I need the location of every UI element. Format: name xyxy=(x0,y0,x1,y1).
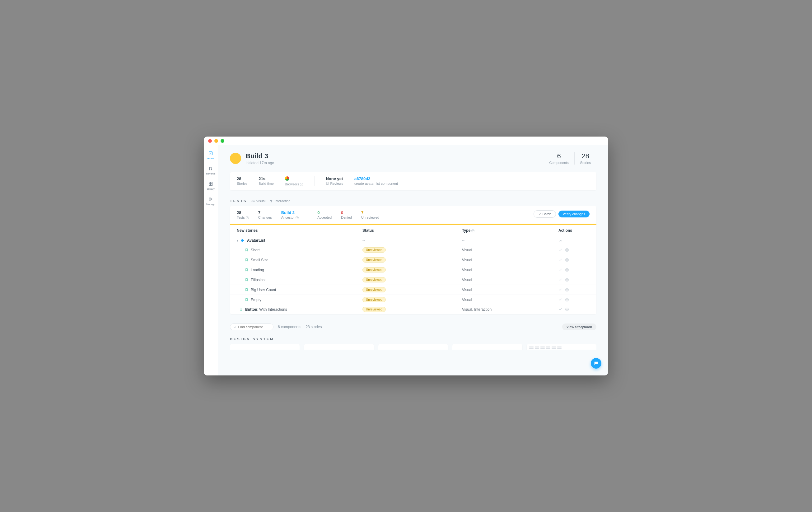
accept-icon[interactable] xyxy=(558,268,562,272)
svg-point-22 xyxy=(596,363,596,363)
deny-icon[interactable] xyxy=(565,307,569,311)
story-name: Big User Count xyxy=(251,288,276,292)
svg-point-5 xyxy=(210,198,211,199)
batch-accept-icon[interactable] xyxy=(558,238,563,243)
status-badge: Unreviewed xyxy=(362,247,386,252)
design-system-card[interactable] xyxy=(527,344,597,350)
chat-button[interactable] xyxy=(591,358,601,369)
verify-changes-button[interactable]: Verify changes xyxy=(558,211,589,217)
stat-commit[interactable]: a6780d2 create-avatar-list-component xyxy=(354,176,398,185)
table-row-story[interactable]: Small Size Unreviewed Visual xyxy=(230,255,597,265)
status-badge: Unreviewed xyxy=(362,287,386,292)
table-row-component[interactable]: ▾ AvatarList -- -- xyxy=(230,236,597,245)
table-row-story[interactable]: Empty Unreviewed Visual xyxy=(230,295,597,304)
bookmark-icon xyxy=(245,258,248,262)
close-window-icon[interactable] xyxy=(208,139,212,143)
accept-icon[interactable] xyxy=(558,298,562,302)
footer-component-count: 6 components xyxy=(278,325,301,329)
filter-visual[interactable]: Visual xyxy=(251,199,265,203)
table-row-story[interactable]: Short Unreviewed Visual xyxy=(230,245,597,255)
summary-denied: 0 Denied xyxy=(341,210,352,219)
accept-icon[interactable] xyxy=(558,248,562,252)
table-row-story[interactable]: Ellipsized Unreviewed Visual xyxy=(230,275,597,285)
table-header: New stories Status Type? Actions xyxy=(230,225,597,236)
accept-icon[interactable] xyxy=(558,288,562,292)
svg-rect-2 xyxy=(211,182,212,184)
main-content: Build 3 Initiated 17m ago 6 Components 2… xyxy=(218,145,608,375)
footer-row: 6 components 28 stories View Storybook xyxy=(230,324,597,330)
deny-icon[interactable] xyxy=(565,268,569,272)
th-type: Type? xyxy=(462,228,558,233)
page-subtitle: Initiated 17m ago xyxy=(245,161,274,165)
th-name: New stories xyxy=(237,228,362,233)
table-row-story[interactable]: Button: With Interactions Unreviewed Vis… xyxy=(230,304,597,314)
svg-rect-11 xyxy=(241,241,243,242)
window-titlebar xyxy=(204,137,608,145)
sidebar-item-library[interactable]: Library xyxy=(207,181,214,190)
bookmark-icon xyxy=(245,248,248,252)
svg-rect-1 xyxy=(209,182,211,184)
status-badge: Unreviewed xyxy=(362,307,386,312)
cell-type: Visual xyxy=(462,278,558,282)
status-badge: Unreviewed xyxy=(362,257,386,263)
builds-icon xyxy=(208,151,213,156)
design-system-card[interactable] xyxy=(452,344,522,350)
sidebar-manage-label: Manage xyxy=(206,203,215,206)
tests-section-header: TESTS Visual Interaction xyxy=(230,199,597,203)
manage-icon xyxy=(208,197,213,202)
svg-rect-3 xyxy=(209,184,211,186)
svg-point-23 xyxy=(597,363,597,363)
bookmark-icon xyxy=(245,298,248,301)
find-component-search[interactable] xyxy=(230,324,273,330)
cell-type: Visual, Interaction xyxy=(462,307,558,312)
header-stat-stories: 28 Stories xyxy=(574,152,597,164)
accept-icon[interactable] xyxy=(558,278,562,282)
story-name: Small Size xyxy=(251,258,268,262)
sidebar-item-manage[interactable]: Manage xyxy=(206,197,215,206)
filter-interaction[interactable]: Interaction xyxy=(270,199,290,203)
maximize-window-icon[interactable] xyxy=(221,139,224,143)
minimize-window-icon[interactable] xyxy=(214,139,218,143)
svg-point-21 xyxy=(595,363,596,363)
library-icon xyxy=(208,181,213,186)
design-system-card[interactable] xyxy=(378,344,448,350)
stat-buildtime: 21s Build time xyxy=(259,176,273,185)
th-status: Status xyxy=(362,228,462,233)
svg-rect-4 xyxy=(211,184,212,186)
sidebar-item-builds[interactable]: Builds xyxy=(207,151,214,160)
accept-icon[interactable] xyxy=(558,258,562,262)
help-icon[interactable]: ? xyxy=(246,216,249,219)
design-system-card[interactable] xyxy=(304,344,374,350)
search-input[interactable] xyxy=(238,325,270,329)
help-icon[interactable]: ? xyxy=(300,183,303,186)
help-icon[interactable]: ? xyxy=(295,216,299,219)
table-row-story[interactable]: Loading Unreviewed Visual xyxy=(230,265,597,275)
accept-icon[interactable] xyxy=(558,307,562,311)
eye-icon xyxy=(251,200,255,203)
deny-icon[interactable] xyxy=(565,248,569,252)
summary-ancestor[interactable]: Build 2 Ancestor? xyxy=(281,210,299,219)
sidebar-item-reviews[interactable]: Reviews xyxy=(206,166,215,175)
view-storybook-button[interactable]: View Storybook xyxy=(562,324,597,330)
header-stat-components: 6 Components xyxy=(544,152,574,164)
sidebar-reviews-label: Reviews xyxy=(206,172,215,175)
bookmark-icon xyxy=(245,288,248,292)
batch-button[interactable]: Batch xyxy=(533,210,556,218)
page-title: Build 3 xyxy=(245,152,274,160)
deny-icon[interactable] xyxy=(565,258,569,262)
chevron-down-icon[interactable]: ▾ xyxy=(237,239,238,242)
design-system-card[interactable] xyxy=(230,344,299,350)
cell-type: Visual xyxy=(462,258,558,262)
deny-icon[interactable] xyxy=(565,288,569,292)
deny-icon[interactable] xyxy=(565,298,569,302)
bookmark-icon xyxy=(239,308,243,311)
search-icon xyxy=(233,325,236,329)
help-icon[interactable]: ? xyxy=(471,229,474,232)
story-name: Loading xyxy=(251,268,264,272)
cell-status-empty: -- xyxy=(362,238,462,243)
deny-icon[interactable] xyxy=(565,278,569,282)
status-badge: Unreviewed xyxy=(362,267,386,272)
stat-browsers: Browsers? xyxy=(285,176,303,186)
summary-tests: 28 Tests? xyxy=(237,210,249,219)
table-row-story[interactable]: Big User Count Unreviewed Visual xyxy=(230,285,597,295)
